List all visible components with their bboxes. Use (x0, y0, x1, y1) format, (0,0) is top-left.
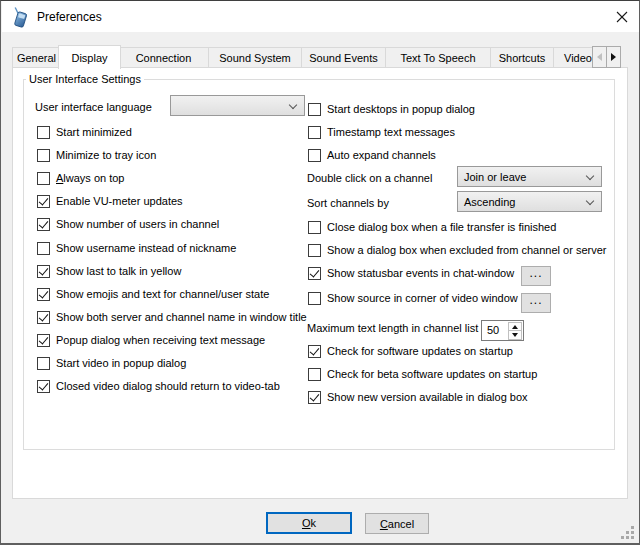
setting-row: Show statusbar events in chat-window (308, 263, 514, 283)
checkbox-always-on-top[interactable] (37, 172, 50, 185)
combo-label-row: Double click on a channel (307, 168, 432, 188)
field-label: Sort channels by (307, 197, 389, 209)
checkbox-label: Show last to talk in yellow (56, 265, 181, 277)
checkbox-label: Show statusbar events in chat-window (327, 267, 514, 279)
spin-down-button[interactable] (508, 331, 522, 340)
setting-row: Start desktops in popup dialog (308, 99, 475, 119)
field-label: Maximum text length in channel list (307, 322, 478, 334)
language-label: User interface language (35, 101, 152, 113)
checkbox-label: Show both server and channel name in win… (56, 311, 307, 323)
checkbox-close-dialog-box-when-a-file-transfer-is-finished[interactable] (308, 221, 321, 234)
checkbox-label: Show username instead of nickname (56, 242, 236, 254)
setting-row: Check for beta software updates on start… (308, 364, 537, 384)
browse-button-show-statusbar-events-in-chat-window[interactable]: ... (521, 266, 551, 286)
preferences-dialog: { "window": { "title": "Preferences" }, … (0, 0, 640, 545)
cancel-button[interactable]: Cancel (365, 513, 429, 534)
right-arrow-icon (611, 53, 616, 61)
chevron-down-icon (289, 101, 297, 109)
ellipsis-label: ... (529, 293, 542, 307)
checkbox-show-a-dialog-box-when-excluded-from-channel-or-server[interactable] (308, 244, 321, 257)
spinbox-value: 50 (487, 324, 499, 336)
setting-row: Show username instead of nickname (37, 238, 236, 258)
setting-row: Enable VU-meter updates (37, 191, 183, 211)
setting-row: Show emojis and text for channel/user st… (37, 284, 269, 304)
setting-row: Show new version available in dialog box (308, 387, 528, 407)
checkbox-show-new-version-available-in-dialog-box[interactable] (308, 391, 321, 404)
combobox-value: Join or leave (464, 171, 526, 183)
checkbox-show-source-in-corner-of-video-window[interactable] (308, 292, 321, 305)
setting-row: Popup dialog when receiving text message (37, 330, 265, 350)
browse-button-show-source-in-corner-of-video-window[interactable]: ... (521, 293, 551, 313)
setting-row: Auto expand channels (308, 145, 436, 165)
setting-row: Always on top (37, 168, 125, 188)
checkbox-label: Start video in popup dialog (56, 357, 186, 369)
checkbox-label: Auto expand channels (327, 149, 436, 161)
checkbox-label: Show a dialog box when excluded from cha… (327, 244, 606, 256)
settings-rows: User interface language Start minimizedM… (1, 1, 640, 545)
combobox-sort-channels-by[interactable]: Ascending (457, 191, 602, 212)
combobox-value: Ascending (464, 196, 515, 208)
button-label: Cancel (380, 518, 414, 530)
checkbox-label: Check for software updates on startup (327, 345, 513, 357)
setting-row: Close dialog box when a file transfer is… (308, 217, 556, 237)
checkbox-show-username-instead-of-nickname[interactable] (37, 242, 50, 255)
setting-row: Show a dialog box when excluded from cha… (308, 240, 606, 260)
checkbox-start-minimized[interactable] (37, 126, 50, 139)
checkbox-check-for-software-updates-on-startup[interactable] (308, 345, 321, 358)
setting-row: Start minimized (37, 122, 132, 142)
checkbox-check-for-beta-software-updates-on-startup[interactable] (308, 368, 321, 381)
checkbox-show-last-to-talk-in-yellow[interactable] (37, 265, 50, 278)
checkbox-minimize-to-tray-icon[interactable] (37, 149, 50, 162)
checkbox-enable-vu-meter-updates[interactable] (37, 195, 50, 208)
checkbox-label: Timestamp text messages (327, 126, 455, 138)
ellipsis-label: ... (529, 266, 542, 280)
checkbox-label: Show new version available in dialog box (327, 391, 528, 403)
checkbox-show-number-of-users-in-channel[interactable] (37, 218, 50, 231)
checkbox-closed-video-dialog-should-return-to-video-tab[interactable] (37, 380, 50, 393)
checkbox-label: Start desktops in popup dialog (327, 103, 475, 115)
setting-row: Check for software updates on startup (308, 341, 513, 361)
checkbox-label: Start minimized (56, 126, 132, 138)
setting-row: Timestamp text messages (308, 122, 455, 142)
checkbox-show-emojis-and-text-for-channel-user-state[interactable] (37, 288, 50, 301)
checkbox-show-both-server-and-channel-name-in-window-title[interactable] (37, 311, 50, 324)
checkbox-label: Minimize to tray icon (56, 149, 156, 161)
checkbox-start-desktops-in-popup-dialog[interactable] (308, 103, 321, 116)
left-arrow-icon (597, 53, 602, 61)
checkbox-label: Close dialog box when a file transfer is… (327, 221, 556, 233)
resize-grip[interactable] (620, 525, 635, 540)
max-text-length-spinbox[interactable]: 50 (481, 320, 524, 341)
setting-row: Show last to talk in yellow (37, 261, 181, 281)
checkbox-label: Show number of users in channel (56, 218, 219, 230)
setting-row: Start video in popup dialog (37, 353, 186, 373)
ok-button[interactable]: Ok (266, 512, 352, 534)
combobox-double-click-on-a-channel[interactable]: Join or leave (457, 166, 602, 187)
checkbox-popup-dialog-when-receiving-text-message[interactable] (37, 334, 50, 347)
checkbox-label: Show source in corner of video window (327, 292, 518, 304)
checkbox-show-statusbar-events-in-chat-window[interactable] (308, 267, 321, 280)
tab-scroll-left-button[interactable] (592, 46, 607, 68)
button-label: Ok (302, 517, 316, 529)
combo-label-row: Sort channels by (307, 193, 389, 213)
checkbox-label: Check for beta software updates on start… (327, 368, 537, 380)
tab-display[interactable]: Display (58, 45, 121, 69)
checkbox-auto-expand-channels[interactable] (308, 149, 321, 162)
checkbox-label: Enable VU-meter updates (56, 195, 183, 207)
language-combobox[interactable] (170, 95, 305, 116)
checkbox-timestamp-text-messages[interactable] (308, 126, 321, 139)
checkbox-label: Popup dialog when receiving text message (56, 334, 265, 346)
spin-up-button[interactable] (508, 322, 522, 331)
tab-scroll-right-button[interactable] (606, 46, 621, 68)
setting-row: Show source in corner of video window (308, 288, 518, 308)
setting-row: Show both server and channel name in win… (37, 307, 307, 327)
chevron-down-icon (586, 172, 594, 180)
chevron-down-icon (586, 197, 594, 205)
checkbox-label: Always on top (56, 172, 125, 184)
field-label: Double click on a channel (307, 172, 432, 184)
spin-label-row: Maximum text length in channel list (307, 318, 478, 338)
language-label-row: User interface language (35, 97, 152, 117)
spinner-buttons (508, 322, 522, 339)
checkbox-start-video-in-popup-dialog[interactable] (37, 357, 50, 370)
up-arrow-icon (512, 325, 518, 329)
checkbox-label: Closed video dialog should return to vid… (56, 380, 280, 392)
